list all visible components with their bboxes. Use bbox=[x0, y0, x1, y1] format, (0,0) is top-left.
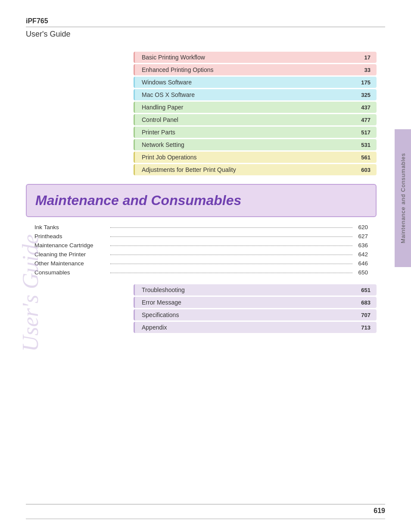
maintenance-page-2: 636 bbox=[355, 242, 368, 249]
header-divider bbox=[26, 27, 385, 27]
toc-top-label-7: Network Setting bbox=[142, 141, 358, 148]
toc-top-page-5: 477 bbox=[358, 117, 371, 123]
toc-top-label-9: Adjustments for Better Print Quality bbox=[142, 166, 358, 173]
maintenance-dots-3 bbox=[110, 255, 352, 255]
watermark-text: User's Guide bbox=[18, 234, 43, 352]
toc-top-item-5[interactable]: Control Panel477 bbox=[134, 114, 377, 125]
toc-bottom-label-0: Troubleshooting bbox=[142, 286, 358, 293]
toc-top-item-6[interactable]: Printer Parts517 bbox=[134, 127, 377, 138]
maintenance-section: Maintenance and Consumables Ink Tanks620… bbox=[26, 184, 377, 276]
maintenance-dots-1 bbox=[110, 236, 352, 237]
toc-top-label-3: Mac OS X Software bbox=[142, 91, 358, 98]
toc-top-label-2: Windows Software bbox=[142, 79, 358, 86]
maintenance-page-5: 650 bbox=[355, 269, 368, 276]
toc-top-item-9[interactable]: Adjustments for Better Print Quality603 bbox=[134, 164, 377, 175]
toc-top-item-8[interactable]: Print Job Operations561 bbox=[134, 152, 377, 163]
toc-top-page-4: 437 bbox=[358, 104, 371, 111]
toc-top-page-2: 175 bbox=[358, 79, 371, 86]
toc-bottom-page-0: 651 bbox=[358, 287, 371, 293]
toc-top-label-1: Enhanced Printing Options bbox=[142, 66, 358, 73]
toc-bottom-page-3: 713 bbox=[358, 324, 371, 331]
toc-bottom-page-2: 707 bbox=[358, 312, 371, 318]
toc-top-page-6: 517 bbox=[358, 129, 371, 136]
toc-top-item-2[interactable]: Windows Software175 bbox=[134, 77, 377, 88]
right-sidebar: Maintenance and Consumables bbox=[395, 129, 411, 267]
guide-title: User's Guide bbox=[26, 30, 385, 39]
maintenance-item-3[interactable]: Cleaning the Printer642 bbox=[34, 251, 368, 258]
maintenance-page-1: 627 bbox=[355, 233, 368, 240]
maintenance-dots-4 bbox=[110, 264, 352, 264]
toc-top-label-4: Handling Paper bbox=[142, 104, 358, 111]
toc-top-page-1: 33 bbox=[358, 67, 371, 73]
toc-bottom-label-2: Specifications bbox=[142, 311, 358, 318]
toc-top-page-7: 531 bbox=[358, 142, 371, 148]
maintenance-page-0: 620 bbox=[355, 224, 368, 230]
toc-bottom-item-2[interactable]: Specifications707 bbox=[134, 309, 377, 320]
toc-top-item-7[interactable]: Network Setting531 bbox=[134, 139, 377, 150]
toc-top-page-0: 17 bbox=[358, 54, 371, 61]
maintenance-dots-0 bbox=[110, 227, 352, 228]
toc-bottom-item-3[interactable]: Appendix713 bbox=[134, 322, 377, 333]
maintenance-title: Maintenance and Consumables bbox=[35, 193, 367, 208]
maintenance-toc: Ink Tanks620Printheads627Maintenance Car… bbox=[26, 224, 377, 276]
sidebar-label: Maintenance and Consumables bbox=[400, 153, 406, 243]
left-watermark: User's Guide bbox=[0, 207, 73, 379]
maintenance-dots-2 bbox=[110, 246, 352, 246]
toc-top-page-9: 603 bbox=[358, 167, 371, 173]
toc-top-page-3: 325 bbox=[358, 92, 371, 98]
toc-bottom-item-1[interactable]: Error Message683 bbox=[134, 297, 377, 308]
model-name: iPF765 bbox=[26, 17, 385, 25]
maintenance-page-3: 642 bbox=[355, 251, 368, 258]
maintenance-item-5[interactable]: Consumables650 bbox=[34, 269, 368, 276]
toc-top: Basic Printing Workflow17Enhanced Printi… bbox=[134, 52, 377, 175]
toc-top-item-0[interactable]: Basic Printing Workflow17 bbox=[134, 52, 377, 63]
maintenance-item-2[interactable]: Maintenance Cartridge636 bbox=[34, 242, 368, 249]
toc-top-label-0: Basic Printing Workflow bbox=[142, 54, 358, 61]
toc-top-label-5: Control Panel bbox=[142, 116, 358, 123]
toc-bottom-label-3: Appendix bbox=[142, 324, 358, 331]
toc-top-label-8: Print Job Operations bbox=[142, 154, 358, 161]
header-area: iPF765 User's Guide bbox=[0, 0, 411, 52]
toc-top-item-4[interactable]: Handling Paper437 bbox=[134, 102, 377, 113]
toc-bottom-item-0[interactable]: Troubleshooting651 bbox=[134, 284, 377, 296]
toc-bottom-page-1: 683 bbox=[358, 299, 371, 306]
toc-top-item-3[interactable]: Mac OS X Software325 bbox=[134, 89, 377, 100]
page-container: User's Guide Maintenance and Consumables… bbox=[0, 0, 411, 532]
maintenance-item-1[interactable]: Printheads627 bbox=[34, 233, 368, 240]
toc-top-label-6: Printer Parts bbox=[142, 129, 358, 136]
maintenance-item-4[interactable]: Other Maintenance646 bbox=[34, 260, 368, 267]
bottom-line bbox=[26, 519, 385, 519]
toc-bottom: Troubleshooting651Error Message683Specif… bbox=[134, 284, 377, 333]
maintenance-page-4: 646 bbox=[355, 260, 368, 267]
toc-top-page-8: 561 bbox=[358, 154, 371, 161]
toc-bottom-label-1: Error Message bbox=[142, 299, 358, 306]
maintenance-header: Maintenance and Consumables bbox=[26, 184, 377, 217]
maintenance-dots-5 bbox=[110, 273, 352, 273]
maintenance-item-0[interactable]: Ink Tanks620 bbox=[34, 224, 368, 230]
page-number: 619 bbox=[26, 504, 385, 515]
toc-top-item-1[interactable]: Enhanced Printing Options33 bbox=[134, 64, 377, 75]
